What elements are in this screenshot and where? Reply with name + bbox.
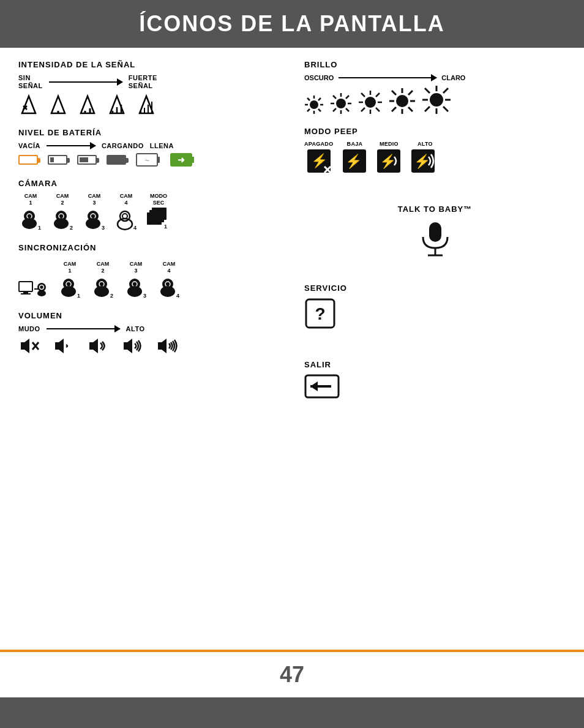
svg-line-107: [408, 91, 413, 95]
brightness-1-icon: [304, 95, 324, 114]
camera-modo-sec-label: MODOSEC: [150, 193, 167, 206]
svg-line-116: [443, 88, 448, 93]
signal-from-label: SINSEÑAL: [18, 74, 43, 90]
svg-point-48: [40, 285, 44, 289]
camera-section: CÁMARA CAM1 1: [18, 179, 280, 231]
peep-low-label: BAJA: [347, 141, 363, 147]
service-title: SERVICIO: [304, 283, 566, 293]
svg-marker-135: [310, 381, 318, 391]
battery-arrow-row: VACÍA CARGANDO LLENA: [18, 142, 280, 149]
svg-line-78: [307, 98, 310, 100]
volume-high-icon: [121, 336, 144, 356]
spacer-2: [304, 271, 566, 283]
svg-text:1: 1: [38, 225, 41, 231]
svg-text:2: 2: [110, 293, 113, 299]
signal-icon-3: [107, 94, 127, 116]
signal-title: INTENSIDAD DE LA SEÑAL: [18, 60, 280, 69]
svg-text:⚡: ⚡: [345, 153, 362, 170]
svg-line-108: [392, 107, 396, 111]
svg-text:3: 3: [102, 225, 105, 231]
battery-title: NIVEL DE BATERÍA: [18, 128, 280, 137]
camera-4-item: CAM4 4: [114, 193, 138, 231]
peep-title: MODO PEEP: [304, 127, 566, 136]
svg-text:➜: ➜: [178, 155, 185, 165]
signal-arrow-row: SINSEÑAL FUERTESEÑAL: [18, 74, 280, 90]
peep-high-label: ALTO: [417, 141, 433, 147]
svg-point-49: [37, 290, 46, 296]
talk-to-baby-section: TALK TO BABY™: [304, 205, 566, 259]
svg-line-97: [376, 108, 380, 111]
svg-rect-21: [192, 157, 194, 163]
spacer-1: [304, 186, 566, 205]
peep-low-svg: ⚡: [342, 148, 367, 174]
svg-point-51: [66, 282, 71, 287]
camera-2-svg: 2: [50, 208, 75, 231]
battery-med-icon: [77, 155, 97, 165]
volume-med-icon: [87, 336, 110, 356]
camera-4-svg: 4: [114, 208, 138, 231]
signal-icon-1: [48, 94, 69, 116]
svg-marker-3: [51, 96, 65, 113]
svg-rect-43: [19, 282, 32, 291]
salir-icon: [304, 374, 340, 399]
volume-mute-icon: [18, 336, 42, 356]
svg-line-98: [376, 93, 380, 97]
brightness-to-label: CLARO: [441, 74, 465, 81]
svg-point-64: [160, 286, 175, 297]
volume-icons-row: [18, 336, 280, 356]
svg-point-59: [132, 282, 137, 287]
svg-point-100: [396, 95, 408, 107]
content-area: INTENSIDAD DE LA SEÑAL SINSEÑAL FUERTESE…: [0, 48, 584, 423]
svg-point-25: [22, 218, 37, 229]
two-column-layout: INTENSIDAD DE LA SEÑAL SINSEÑAL FUERTESE…: [18, 60, 566, 411]
sync-section: SINCRONIZACIÓN: [18, 243, 280, 299]
svg-point-52: [61, 286, 76, 297]
main-area: INTENSIDAD DE LA SEÑAL SINSEÑAL FUERTESE…: [0, 48, 584, 650]
battery-arrow: [47, 145, 95, 146]
svg-text:4: 4: [176, 293, 179, 299]
svg-rect-41: [152, 208, 167, 220]
peep-high-svg: ⚡: [410, 148, 440, 174]
camera-1-svg: 1: [18, 208, 43, 231]
peep-low-item: BAJA ⚡: [342, 141, 367, 174]
svg-point-63: [165, 282, 170, 287]
volume-title: VOLUMEN: [18, 311, 280, 320]
signal-2-svg: [77, 94, 98, 116]
camera-1-label: CAM1: [24, 193, 37, 206]
svg-point-56: [94, 286, 109, 297]
service-icon: ?: [304, 298, 336, 329]
svg-text:?: ?: [315, 304, 325, 323]
svg-line-117: [425, 107, 430, 111]
volume-from-label: MUDO: [18, 325, 40, 332]
battery-full-item: [107, 155, 126, 165]
svg-rect-18: [157, 157, 160, 163]
page-number: 47: [280, 662, 304, 687]
battery-low-item: [48, 155, 67, 165]
sync-cam4-svg: 4: [157, 276, 181, 299]
battery-full-label: LLENA: [150, 142, 174, 149]
header-title: ÍCONOS DE LA PANTALLA: [139, 11, 444, 36]
svg-point-29: [54, 218, 69, 229]
svg-text:~: ~: [144, 156, 149, 165]
peep-off-item: APAGADO ⚡: [304, 141, 333, 174]
sync-cam3-item: CAM3 3: [124, 261, 148, 299]
svg-line-89: [346, 96, 349, 99]
svg-line-105: [392, 91, 396, 95]
svg-point-32: [91, 214, 95, 219]
battery-empty-icon: [18, 155, 38, 165]
salir-section: SALIR: [304, 360, 566, 399]
footer-dark-bar: [0, 697, 584, 728]
brightness-2-icon: [330, 92, 352, 114]
battery-charged-item: ➜: [170, 153, 195, 167]
sync-cam1-svg: 1: [58, 276, 82, 299]
sync-cam2-svg: 2: [91, 276, 115, 299]
footer-area: 47: [0, 650, 584, 728]
page-header: ÍCONOS DE LA PANTALLA: [0, 0, 584, 48]
camera-icons-row: CAM1 1 CAM2: [18, 193, 280, 231]
svg-marker-66: [21, 339, 29, 353]
brightness-arrow-row: OSCURO CLARO: [304, 74, 566, 81]
peep-high-item: ALTO ⚡: [410, 141, 440, 174]
svg-point-24: [27, 214, 32, 219]
svg-text:1: 1: [164, 223, 167, 230]
peep-med-svg: ⚡: [376, 148, 402, 174]
